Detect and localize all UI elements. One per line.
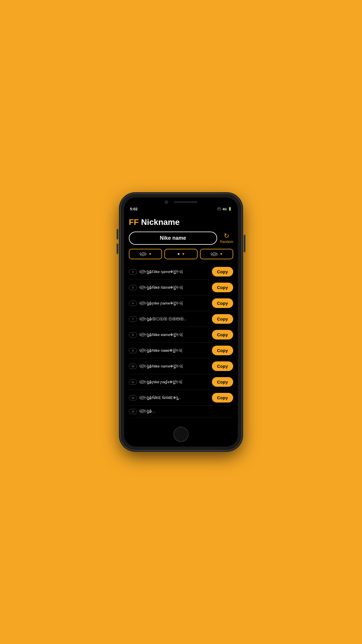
volume-up-button[interactable]: [117, 229, 118, 239]
phone-device: 5:02 📳 4G 🔋 FF Nickname Nike name ↻ Rand…: [121, 194, 241, 450]
power-button[interactable]: [244, 235, 245, 252]
front-camera: [165, 200, 168, 204]
signal-icon: 4G: [222, 207, 227, 211]
vibrate-icon: 📳: [217, 207, 221, 211]
home-indicator-area: [124, 423, 238, 447]
random-icon: ↻: [224, 233, 229, 239]
list-item: 4 ꧁꧂ঔৣ☬Ŋike ŋame☬ঔৣ꧂꧁ Copy: [129, 264, 233, 280]
list-item: 7 ꧁꧂ঔৣ☬Ⓝⓘⓚⓔ ⓝⓐⓜⓔ... Copy: [129, 311, 233, 327]
list-item: 6 ꧁꧂ঔৣ☬ɲike ɲame☬ঔৣ꧂꧁ Copy: [129, 295, 233, 311]
title-text: Nickname: [141, 218, 180, 227]
list-item: 11 ꧁꧂ঔৣ☬ɲike ɲaɠe☬ঔৣ꧂꧁ Copy: [129, 374, 233, 390]
list-item: 10 ꧁꧂ঔৣ☬Nike name☬ঔৣ꧂꧁ Copy: [129, 358, 233, 374]
copy-button[interactable]: Copy: [212, 393, 233, 402]
copy-button[interactable]: Copy: [212, 361, 233, 371]
copy-button[interactable]: Copy: [212, 346, 233, 355]
row-number: 9: [129, 348, 137, 353]
copy-button[interactable]: Copy: [212, 330, 233, 340]
row-number: 12: [129, 395, 137, 400]
nickname-list: 4 ꧁꧂ঔৣ☬Ŋike ŋame☬ঔৣ꧂꧁ Copy 5 ꧁꧂ঔৣ☬Ñikë ñ…: [129, 264, 233, 417]
random-label: Random: [220, 240, 233, 244]
search-input[interactable]: Nike name: [129, 232, 217, 245]
nickname-text: ꧁꧂ঔৣ☬Nike иame☬ঔৣ꧂꧁: [139, 332, 210, 337]
list-item: 13 ꧁꧂ঔৣ☬...: [129, 406, 233, 417]
nickname-text: ꧁꧂ঔৣ☬Ŋike ŋame☬ঔৣ꧂꧁: [139, 269, 210, 274]
volume-down-button[interactable]: [117, 244, 118, 254]
list-item: 5 ꧁꧂ঔৣ☬Ñikë ñämë☬ঔৣ꧂꧁ Copy: [129, 280, 233, 295]
search-row: Nike name ↻ Random: [129, 232, 233, 245]
list-item: 9 ꧁꧂ঔৣ☬Nike паме☬ঔৣ꧂꧁ Copy: [129, 343, 233, 358]
list-item: 12 ꧁꧂ঔৣ☬ŇĪKE ŇAME☬ঔৣ... Copy: [129, 390, 233, 406]
row-number: 7: [129, 316, 137, 322]
time-display: 5:02: [130, 207, 138, 211]
row-number: 6: [129, 301, 137, 306]
status-bar: 5:02 📳 4G 🔋: [124, 206, 238, 213]
status-icons: 📳 4G 🔋: [217, 207, 232, 211]
chevron-down-icon-3: ▼: [219, 252, 223, 256]
nickname-text: ꧁꧂ঔৣ☬...: [139, 409, 233, 414]
app-content: FF Nickname Nike name ↻ Random ꧁꧂ ▼ ✦: [124, 213, 238, 423]
filter-symbol-3: ꧁꧂: [210, 252, 218, 256]
row-number: 5: [129, 285, 137, 290]
notch-area: [124, 197, 238, 206]
ff-label: FF: [129, 218, 139, 227]
filter-symbol-2: ✦: [177, 252, 180, 256]
row-number: 11: [129, 379, 137, 385]
nickname-text: ꧁꧂ঔৣ☬ɲike ɲaɠe☬ঔৣ꧂꧁: [139, 379, 210, 385]
filter-row: ꧁꧂ ▼ ✦ ▼ ꧁꧂ ▼: [129, 249, 233, 259]
home-button[interactable]: [173, 427, 189, 442]
nickname-text: ꧁꧂ঔৣ☬Ñikë ñämë☬ঔৣ꧂꧁: [139, 285, 210, 290]
row-number: 13: [129, 409, 137, 414]
copy-button[interactable]: Copy: [212, 377, 233, 387]
chevron-down-icon-2: ▼: [182, 252, 185, 256]
speaker-grille: [174, 201, 197, 203]
app-title: FF Nickname: [129, 218, 233, 227]
random-button[interactable]: ↻ Random: [220, 233, 233, 244]
filter-symbol-1: ꧁꧂: [139, 252, 147, 256]
copy-button[interactable]: Copy: [212, 283, 233, 292]
copy-button[interactable]: Copy: [212, 267, 233, 276]
filter-btn-1[interactable]: ꧁꧂ ▼: [129, 249, 162, 259]
nickname-text: ꧁꧂ঔৣ☬ɲike ɲame☬ঔৣ꧂꧁: [139, 301, 210, 306]
nickname-text: ꧁꧂ঔৣ☬Nike паме☬ঔৣ꧂꧁: [139, 348, 210, 353]
row-number: 4: [129, 269, 137, 274]
copy-button[interactable]: Copy: [212, 314, 233, 324]
list-item: 8 ꧁꧂ঔৣ☬Nike иame☬ঔৣ꧂꧁ Copy: [129, 327, 233, 343]
row-number: 10: [129, 364, 137, 369]
filter-btn-3[interactable]: ꧁꧂ ▼: [200, 249, 233, 259]
copy-button[interactable]: Copy: [212, 298, 233, 308]
nickname-text: ꧁꧂ঔৣ☬Nike name☬ঔৣ꧂꧁: [139, 364, 210, 369]
chevron-down-icon-1: ▼: [148, 252, 152, 256]
nickname-text: ꧁꧂ঔৣ☬ŇĪKE ŇAME☬ঔৣ...: [139, 395, 210, 400]
phone-screen: 5:02 📳 4G 🔋 FF Nickname Nike name ↻ Rand…: [124, 197, 238, 446]
filter-btn-2[interactable]: ✦ ▼: [164, 249, 198, 259]
battery-icon: 🔋: [228, 207, 232, 211]
nickname-text: ꧁꧂ঔৣ☬Ⓝⓘⓚⓔ ⓝⓐⓜⓔ...: [139, 316, 210, 322]
row-number: 8: [129, 332, 137, 337]
